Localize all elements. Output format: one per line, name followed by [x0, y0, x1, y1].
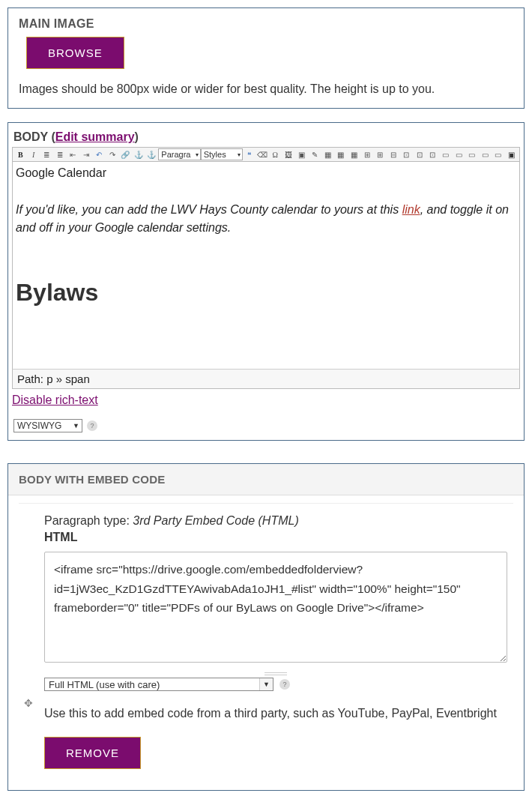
- edit-summary-link[interactable]: Edit summary: [55, 130, 135, 143]
- tb-icon[interactable]: ▭: [479, 148, 491, 160]
- move-icon: ✥: [24, 697, 33, 709]
- editor-text: Google Calendar: [16, 166, 516, 180]
- ol-button[interactable]: ≣: [53, 148, 65, 160]
- editor-text: If you'd like, you can add the LWV Hays …: [16, 201, 516, 237]
- body-header: BODY (Edit summary): [10, 126, 522, 147]
- embed-panel: BODY WITH EMBED CODE ✥ Paragraph type: 3…: [7, 463, 525, 791]
- indent-button[interactable]: ⇥: [79, 148, 91, 160]
- undo-button[interactable]: ↶: [93, 148, 105, 160]
- table-button[interactable]: ▦: [321, 148, 333, 160]
- text-format-select[interactable]: WYSIWYG▼: [13, 419, 82, 432]
- specialchar-button[interactable]: Ω: [269, 148, 281, 160]
- browse-button[interactable]: BROWSE: [26, 37, 124, 69]
- body-label: BODY: [13, 130, 48, 143]
- paragraph-select[interactable]: Paragra▾: [158, 148, 200, 160]
- tb-icon[interactable]: ▭: [453, 148, 465, 160]
- tb-icon[interactable]: ⊡: [400, 148, 412, 160]
- editor-path: Path: p » span: [12, 369, 520, 389]
- drag-handle[interactable]: ✥: [19, 504, 38, 790]
- paragraph-type: Paragraph type: 3rd Party Embed Code (HT…: [44, 514, 507, 528]
- editor-content[interactable]: Google Calendar If you'd like, you can a…: [12, 162, 520, 369]
- edit-button[interactable]: ✎: [309, 148, 321, 160]
- tb-icon[interactable]: ⊟: [387, 148, 399, 160]
- remove-button[interactable]: REMOVE: [44, 737, 141, 769]
- bold-button[interactable]: B: [14, 148, 26, 160]
- resize-handle[interactable]: [44, 665, 507, 671]
- content-link[interactable]: link: [402, 203, 420, 216]
- styles-select[interactable]: Styles▾: [201, 148, 243, 160]
- redo-button[interactable]: ↷: [106, 148, 118, 160]
- disable-richtext-link[interactable]: Disable rich-text: [12, 394, 98, 407]
- editor-heading: Bylaws: [16, 279, 516, 307]
- tb-icon[interactable]: ⊞: [360, 148, 372, 160]
- tb-icon[interactable]: ⊞: [374, 148, 386, 160]
- anchor-button[interactable]: ⚓: [145, 148, 157, 160]
- embed-format-select[interactable]: Full HTML (use with care)▼: [44, 678, 273, 691]
- image-button[interactable]: 🖼: [282, 148, 294, 160]
- tb-icon[interactable]: ▭: [439, 148, 451, 160]
- embed-header: BODY WITH EMBED CODE: [8, 464, 524, 495]
- fullscreen-button[interactable]: ▣: [505, 148, 517, 160]
- ul-button[interactable]: ≣: [40, 148, 52, 160]
- embed-help: Use this to add embed code from a third …: [44, 707, 507, 720]
- main-image-help: Images should be 800px wide or wider for…: [19, 82, 513, 96]
- html-label: HTML: [44, 531, 507, 544]
- tb-icon[interactable]: ⊡: [413, 148, 425, 160]
- media-button[interactable]: ▣: [295, 148, 307, 160]
- italic-button[interactable]: I: [27, 148, 39, 160]
- outdent-button[interactable]: ⇤: [67, 148, 79, 160]
- eraser-button[interactable]: ⌫: [256, 148, 268, 160]
- help-icon[interactable]: ?: [87, 420, 97, 431]
- body-panel: BODY (Edit summary) B I ≣ ≣ ⇤ ⇥ ↶ ↷ 🔗 ⚓ …: [7, 122, 525, 441]
- tb-icon[interactable]: ▭: [492, 148, 504, 160]
- editor-toolbar: B I ≣ ≣ ⇤ ⇥ ↶ ↷ 🔗 ⚓ ⚓ Paragra▾ Styles▾ ❝…: [12, 147, 520, 162]
- html-textarea[interactable]: [44, 552, 507, 663]
- unlink-button[interactable]: ⚓: [132, 148, 144, 160]
- tb-icon[interactable]: ▦: [348, 148, 360, 160]
- link-button[interactable]: 🔗: [119, 148, 131, 160]
- tb-icon[interactable]: ▭: [465, 148, 477, 160]
- blockquote-button[interactable]: ❝: [243, 148, 255, 160]
- help-icon[interactable]: ?: [279, 679, 290, 690]
- main-image-label: MAIN IMAGE: [19, 17, 513, 31]
- tb-icon[interactable]: ▦: [334, 148, 346, 160]
- tb-icon[interactable]: ⊡: [426, 148, 438, 160]
- main-image-panel: MAIN IMAGE BROWSE Images should be 800px…: [7, 7, 525, 109]
